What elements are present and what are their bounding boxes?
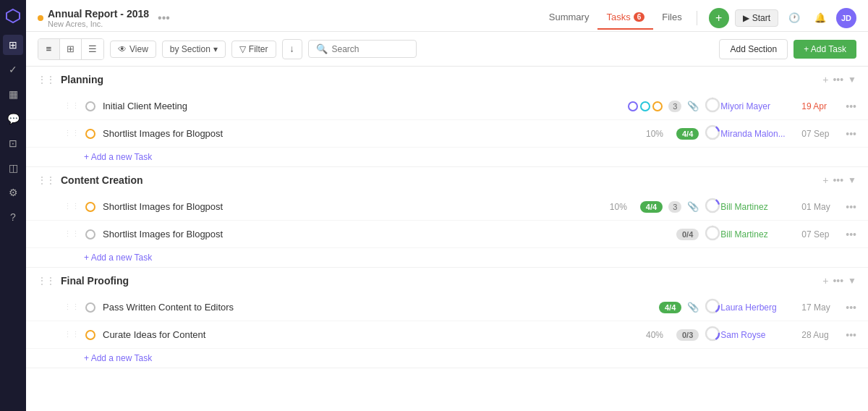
task-name: Pass Written Content to Editors [103,302,659,313]
clock-icon[interactable]: 🕐 [784,8,804,28]
task-status-circle[interactable] [85,129,95,139]
sidebar-item-home[interactable]: ⊞ [3,35,23,55]
add-task-link-content-creation[interactable]: + Add a new Task [26,248,868,267]
section-collapse-icon[interactable]: ▼ [848,75,856,85]
view-label-button[interactable]: 👁 View [110,41,156,58]
section-add-icon[interactable]: + [822,174,828,186]
add-icon[interactable]: + [709,8,729,28]
board-view-button[interactable]: ⊞ [60,39,82,59]
task-more-icon[interactable]: ••• [846,128,856,140]
task-assignee[interactable]: Laura Herberg [720,302,793,313]
task-assignee[interactable]: Bill Martinez [720,229,793,240]
task-percent: 10% [610,202,631,212]
section-header-content-creation[interactable]: ⋮⋮ Content Creation + ••• ▼ [26,167,868,193]
section-title-final-proofing: Final Proofing [61,275,822,287]
add-task-link-final-proofing[interactable]: + Add a new Task [26,349,868,368]
sidebar: ⊞ ✓ ▦ 💬 ⊡ ◫ ⚙ ? [0,0,26,411]
section-content-creation: ⋮⋮ Content Creation + ••• ▼ ⋮⋮ Shortlist… [26,167,868,268]
main-area: Annual Report - 2018 New Acres, Inc. •••… [26,0,868,411]
task-status-circle[interactable] [85,229,95,240]
task-row[interactable]: ⋮⋮ Pass Written Content to Editors 4/4 📎… [26,294,868,321]
task-status-circle[interactable] [85,330,95,340]
project-more-icon[interactable]: ••• [158,12,170,25]
task-drag-handle[interactable]: ⋮⋮ [64,229,80,239]
task-drag-handle[interactable]: ⋮⋮ [64,202,80,211]
content-area: ⋮⋮ Planning + ••• ▼ ⋮⋮ Initial Client Me… [26,67,868,411]
task-row[interactable]: ⋮⋮ Shortlist Images for Blogpost 0/4 Bil… [26,221,868,248]
sidebar-item-tasks[interactable]: ✓ [3,59,23,80]
task-percent: 10% [646,129,668,139]
section-header-planning[interactable]: ⋮⋮ Planning + ••• ▼ [26,67,868,93]
grid-view-button[interactable]: ☰ [82,39,103,59]
section-drag-handle[interactable]: ⋮⋮ [38,175,55,185]
tasks-badge: 6 [634,12,645,22]
filter-button[interactable]: ▽ Filter [231,41,276,58]
task-assignee[interactable]: Miyori Mayer [720,101,793,111]
task-progress-circle [705,198,720,216]
section-more-icon[interactable]: ••• [833,74,843,85]
sidebar-item-settings[interactable]: ⚙ [3,182,23,203]
project-name: Annual Report - 2018 [48,8,149,20]
section-actions: + ••• ▼ [822,74,856,85]
tab-tasks[interactable]: Tasks 6 [597,6,653,30]
section-drag-handle[interactable]: ⋮⋮ [38,276,55,286]
section-add-icon[interactable]: + [822,275,828,287]
task-status-circle[interactable] [85,302,95,313]
task-tag: 4/4 [659,302,681,313]
task-assignee[interactable]: Bill Martinez [720,202,793,212]
sidebar-item-calendar[interactable]: ⊡ [3,133,23,153]
section-drag-handle[interactable]: ⋮⋮ [38,75,55,85]
section-collapse-icon[interactable]: ▼ [848,276,856,286]
task-more-icon[interactable]: ••• [846,329,856,341]
attachment-icon: 📎 [687,101,699,111]
search-box[interactable]: 🔍 [308,40,417,58]
sidebar-item-portfolio[interactable]: ◫ [3,158,23,178]
task-progress-circle [705,225,720,243]
section-final-proofing: ⋮⋮ Final Proofing + ••• ▼ ⋮⋮ Pass Writte… [26,268,868,368]
tab-files[interactable]: Files [653,6,690,30]
add-section-button[interactable]: Add Section [719,39,788,59]
svg-marker-0 [7,9,20,22]
sidebar-item-help[interactable]: ? [3,207,23,227]
start-button[interactable]: ▶ Start [735,9,778,27]
section-add-icon[interactable]: + [822,74,828,85]
task-assignee[interactable]: Sam Royse [720,330,793,340]
add-task-link-planning[interactable]: + Add a new Task [26,148,868,166]
notification-icon[interactable]: 🔔 [810,8,830,28]
attachment-icon: 📎 [687,302,699,313]
task-more-icon[interactable]: ••• [846,201,856,213]
add-task-button[interactable]: + Add Task [793,40,856,59]
task-row[interactable]: ⋮⋮ Shortlist Images for Blogpost 10% 4/4… [26,120,868,148]
section-header-final-proofing[interactable]: ⋮⋮ Final Proofing + ••• ▼ [26,268,868,294]
list-view-button[interactable]: ≡ [38,39,60,59]
sort-button[interactable]: ↓ [282,39,302,59]
task-row[interactable]: ⋮⋮ Curate Ideas for Content 40% 0/3 Sam … [26,321,868,349]
task-assignee[interactable]: Miranda Malon... [720,129,793,139]
section-select[interactable]: by Section ▾ [162,41,226,58]
task-drag-handle[interactable]: ⋮⋮ [64,101,80,111]
user-avatar[interactable]: JD [836,8,856,28]
task-drag-handle[interactable]: ⋮⋮ [64,129,80,138]
task-status-circle[interactable] [85,101,95,111]
logo-icon[interactable] [3,6,23,26]
task-drag-handle[interactable]: ⋮⋮ [64,302,80,312]
eye-icon: 👁 [118,44,127,54]
task-drag-handle[interactable]: ⋮⋮ [64,330,80,339]
section-more-icon[interactable]: ••• [833,275,843,287]
search-input[interactable] [332,44,409,54]
task-date: 28 Aug [801,330,841,340]
task-more-icon[interactable]: ••• [846,229,856,240]
task-row[interactable]: ⋮⋮ Initial Client Meeting 3 📎 Miyori May… [26,93,868,120]
task-name: Initial Client Meeting [103,101,628,111]
task-status-circle[interactable] [85,202,95,212]
sidebar-item-chat[interactable]: 💬 [3,109,23,129]
section-more-icon[interactable]: ••• [833,174,843,186]
tab-summary[interactable]: Summary [540,6,598,30]
task-row[interactable]: ⋮⋮ Shortlist Images for Blogpost 10% 4/4… [26,193,868,221]
task-more-icon[interactable]: ••• [846,302,856,313]
task-percent: 40% [646,330,668,340]
sidebar-item-grid[interactable]: ▦ [3,84,23,104]
task-more-icon[interactable]: ••• [846,101,856,112]
section-collapse-icon[interactable]: ▼ [848,175,856,185]
play-icon: ▶ [743,13,749,23]
